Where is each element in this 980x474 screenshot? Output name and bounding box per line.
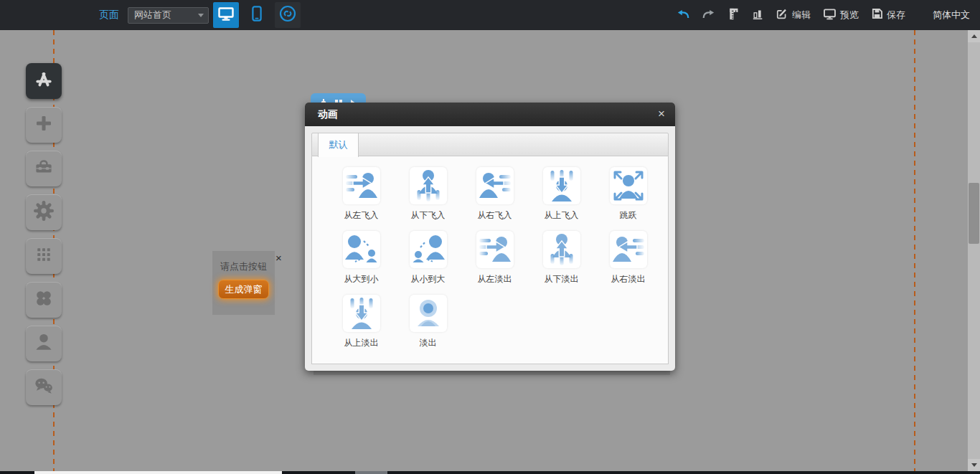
grid-icon xyxy=(33,244,55,268)
edit-button[interactable]: 编辑 xyxy=(776,9,811,22)
animation-option-label: 从右淡出 xyxy=(595,273,661,285)
animation-option-fade-out-left[interactable]: 从左淡出 xyxy=(461,231,528,285)
horizontal-scrollbar-thumb[interactable] xyxy=(355,471,387,474)
dialog-body: 默认 从左飞入从下飞入从右飞入从上飞入 跳跃从大到小从小到大从左淡出从下淡出从右… xyxy=(305,126,675,371)
gear-icon xyxy=(32,199,55,225)
view-mode-mobile[interactable] xyxy=(244,2,270,28)
clover-icon xyxy=(33,288,55,312)
stats-button[interactable] xyxy=(753,9,763,22)
top-toolbar: 页面 网站首页 编辑预览保存 简体中文 xyxy=(0,0,980,30)
sidebar-item-user[interactable] xyxy=(26,326,62,361)
dialog-content: 从左飞入从下飞入从右飞入从上飞入 跳跃从大到小从小到大从左淡出从下淡出从右淡出从… xyxy=(311,156,669,364)
view-mode-desktop[interactable] xyxy=(213,2,239,28)
fade-out-left-icon xyxy=(476,231,514,268)
animation-option-fade-out-top[interactable]: 从上淡出 xyxy=(328,295,395,349)
animation-option-label: 从左淡出 xyxy=(461,273,528,285)
sidebar-item-widgets[interactable] xyxy=(26,282,62,318)
preview-label: 预览 xyxy=(840,9,859,22)
page-select[interactable]: 网站首页 xyxy=(128,7,209,24)
fly-in-top-icon xyxy=(543,167,580,204)
fly-in-left-icon xyxy=(343,167,380,204)
toolbar-actions: 编辑预览保存 xyxy=(677,0,905,30)
fly-in-right-icon xyxy=(476,167,514,204)
save-icon xyxy=(872,9,882,22)
animation-option-label: 从大到小 xyxy=(328,273,395,285)
animation-option-fly-in-left[interactable]: 从左飞入 xyxy=(328,167,395,222)
toolbox-icon xyxy=(33,156,55,181)
animation-option-label: 从小到大 xyxy=(395,273,461,285)
fly-in-bottom-icon xyxy=(410,167,447,204)
language-switcher[interactable]: 简体中文 xyxy=(933,0,970,30)
view-mode-link[interactable] xyxy=(275,2,301,28)
edit-pencil-icon xyxy=(776,9,788,22)
tab-default[interactable]: 默认 xyxy=(318,133,359,157)
animation-option-label: 淡出 xyxy=(395,337,461,349)
animation-grid: 从左飞入从下飞入从右飞入从上飞入 跳跃从大到小从小到大从左淡出从下淡出从右淡出从… xyxy=(312,156,668,349)
dialog-title: 动画 xyxy=(305,103,675,126)
view-mode-group xyxy=(213,2,301,28)
ruler-icon xyxy=(727,8,740,22)
preview-button[interactable]: 预览 xyxy=(824,9,859,22)
small-to-big-icon xyxy=(410,231,447,268)
sidebar-item-modules[interactable] xyxy=(26,238,62,274)
plus-icon xyxy=(33,113,55,137)
animation-option-label: 从下飞入 xyxy=(395,209,461,222)
widget-prompt-text: 请点击按钮 xyxy=(212,260,275,273)
sidebar-item-settings[interactable] xyxy=(26,194,62,230)
wechat-icon xyxy=(32,374,55,400)
page-select-value: 网站首页 xyxy=(134,9,198,22)
animation-option-fly-in-right[interactable]: 从右飞入 xyxy=(461,167,528,222)
animation-option-small-to-big[interactable]: 从小到大 xyxy=(395,231,461,285)
undo-button[interactable] xyxy=(677,10,689,21)
animation-option-fade-out-bottom[interactable]: 从下淡出 xyxy=(528,231,595,285)
vertical-scrollbar[interactable] xyxy=(968,30,980,471)
animation-option-label: 从左飞入 xyxy=(328,209,395,222)
horizontal-scrollbar[interactable] xyxy=(0,471,980,474)
dialog-close-icon[interactable]: × xyxy=(658,108,665,120)
desktop-icon xyxy=(218,7,234,24)
jump-icon xyxy=(610,167,647,204)
animation-option-fly-in-bottom[interactable]: 从下飞入 xyxy=(395,167,461,222)
triangle-up-icon xyxy=(971,34,977,38)
scroll-down-button[interactable] xyxy=(968,459,980,471)
animation-option-label: 从上飞入 xyxy=(528,209,595,222)
sidebar-item-wechat[interactable] xyxy=(26,369,62,405)
ruler-button[interactable] xyxy=(727,8,740,22)
link-icon xyxy=(279,5,296,25)
undo-icon xyxy=(677,10,689,21)
fade-out-bottom-icon xyxy=(543,231,580,268)
animation-option-label: 从右飞入 xyxy=(461,209,528,222)
fade-out-top-icon xyxy=(343,295,380,332)
animation-option-label: 跳跃 xyxy=(595,209,661,222)
widget-close-icon[interactable]: × xyxy=(275,252,282,263)
scroll-up-button[interactable] xyxy=(968,30,980,42)
page-bottom-strip xyxy=(34,471,282,474)
popup-trigger-widget[interactable]: 请点击按钮 生成弹窗 xyxy=(212,251,275,315)
save-label: 保存 xyxy=(887,9,905,22)
sidebar-item-components[interactable] xyxy=(26,63,62,99)
animation-option-jump[interactable]: 跳跃 xyxy=(595,167,661,222)
chevron-down-icon xyxy=(198,14,204,17)
redo-button[interactable] xyxy=(702,10,715,21)
animation-option-big-to-small[interactable]: 从大到小 xyxy=(328,231,395,285)
animation-option-fade-out-right[interactable]: 从右淡出 xyxy=(595,231,661,285)
mobile-icon xyxy=(252,6,262,24)
animation-option-fly-in-top[interactable]: 从上飞入 xyxy=(528,167,595,222)
appstore-icon xyxy=(33,69,55,93)
fade-out-icon xyxy=(410,295,447,332)
big-to-small-icon xyxy=(343,231,380,268)
animation-option-fade-out[interactable]: 淡出 xyxy=(395,295,461,349)
animation-option-label: 从上淡出 xyxy=(328,337,395,349)
preview-monitor-icon xyxy=(824,9,836,22)
sidebar-item-add[interactable] xyxy=(26,107,62,143)
edit-label: 编辑 xyxy=(792,9,811,22)
animation-option-label: 从下淡出 xyxy=(528,273,595,285)
sidebar-item-toolbox[interactable] xyxy=(26,151,62,186)
triangle-down-icon xyxy=(971,463,977,467)
save-button[interactable]: 保存 xyxy=(872,9,905,22)
chart-icon xyxy=(753,9,763,22)
fade-out-right-icon xyxy=(610,231,647,268)
generate-popup-button[interactable]: 生成弹窗 xyxy=(218,280,269,299)
vertical-scrollbar-thumb[interactable] xyxy=(969,183,979,244)
dialog-tabstrip: 默认 xyxy=(311,133,669,156)
